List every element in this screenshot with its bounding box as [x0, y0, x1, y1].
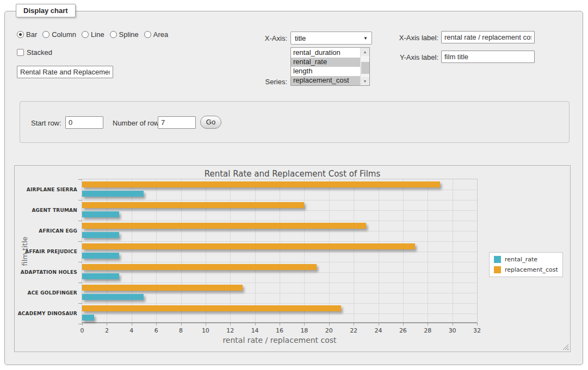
x-tick-label: 0	[81, 327, 84, 334]
x-tick-mark	[206, 323, 206, 325]
series-options: rental_durationrental_ratelengthreplacem…	[291, 48, 360, 85]
scroll-up-icon[interactable]: ▲	[361, 48, 369, 56]
bar-replacement_cost	[82, 223, 366, 229]
bar-rental_rate	[82, 273, 119, 279]
stacked-option[interactable]: Stacked	[17, 48, 52, 57]
x-tick-mark	[453, 323, 453, 325]
y-tick-mark	[78, 324, 82, 324]
start-row-input[interactable]	[65, 116, 103, 129]
gridline-horizontal	[82, 303, 477, 304]
chart-type-option-bar[interactable]: Bar	[17, 30, 37, 39]
series-option-rental_rate[interactable]: rental_rate	[291, 58, 360, 67]
x-tick-mark	[477, 323, 478, 325]
series-scrollbar[interactable]: ▲ ▼	[360, 48, 369, 85]
y-tick-mark	[78, 179, 82, 180]
bar-replacement_cost	[82, 202, 304, 208]
chart-title-input[interactable]	[17, 66, 113, 78]
chart-legend: rental_ratereplacement_cost	[489, 252, 563, 277]
series-select-label: Series:	[247, 78, 287, 86]
x-tick-mark	[304, 323, 305, 325]
gridline-vertical	[379, 179, 379, 322]
y-tick-label: AFRICAN EGG	[16, 228, 77, 234]
bar-rental_rate	[82, 315, 94, 321]
number-of-rows-input[interactable]	[158, 116, 196, 129]
chart-type-label: Spline	[119, 30, 139, 39]
x-tick-label: 14	[251, 327, 259, 334]
bar-rental_rate	[82, 191, 144, 197]
y-tick-label: ACE GOLDFINGER	[16, 290, 77, 296]
gridline-vertical	[329, 179, 330, 322]
legend-entry-rental_rate: rental_rate	[494, 256, 558, 263]
x-axis-title: rental rate / replacement cost	[82, 336, 478, 344]
x-tick-label: 20	[325, 327, 333, 334]
chart-type-option-spline[interactable]: Spline	[110, 30, 139, 39]
fieldset-legend: Display chart	[16, 4, 76, 17]
y-tick-mark	[78, 283, 82, 283]
gridline-horizontal	[82, 231, 477, 231]
x-tick-label: 10	[202, 327, 209, 334]
radio-icon[interactable]	[82, 31, 89, 38]
chart-type-label: Bar	[26, 30, 37, 39]
x-tick-label: 16	[276, 327, 283, 334]
gridline-vertical	[428, 179, 428, 322]
go-button[interactable]: Go	[200, 116, 221, 129]
gridline-vertical	[280, 179, 280, 322]
y-tick-label: ACADEMY DINOSAUR	[16, 311, 77, 316]
series-option-rental_duration[interactable]: rental_duration	[291, 48, 360, 58]
gridline-vertical	[107, 179, 107, 322]
scroll-down-icon[interactable]: ▼	[361, 77, 369, 85]
gridline-vertical	[230, 179, 231, 322]
chart-type-option-area[interactable]: Area	[144, 30, 168, 39]
gridline-vertical	[403, 179, 404, 322]
y-axis-label-input[interactable]	[441, 51, 535, 63]
y-tick-mark	[78, 221, 82, 221]
y-tick-label: AFFAIR PREJUDICE	[16, 249, 77, 254]
chart-type-group: BarColumnLineSplineArea	[17, 30, 168, 39]
gridline-horizontal	[82, 252, 477, 252]
series-option-replacement_cost[interactable]: replacement_cost	[291, 76, 360, 85]
series-option-length[interactable]: length	[291, 67, 360, 76]
chart-title: Rental Rate and Replacement Cost of Film…	[15, 169, 570, 179]
bar-replacement_cost	[82, 285, 243, 291]
gridline-horizontal	[82, 262, 477, 262]
x-tick-label: 2	[105, 327, 109, 334]
legend-label: rental_rate	[505, 256, 537, 263]
x-tick-mark	[230, 323, 231, 325]
gridline-vertical	[132, 179, 132, 322]
number-of-rows-label: Number of rows:	[113, 119, 164, 127]
legend-swatch	[494, 256, 501, 263]
gridline-vertical	[181, 179, 182, 322]
y-tick-mark	[78, 262, 82, 262]
series-listbox[interactable]: rental_durationrental_ratelengthreplacem…	[290, 47, 370, 86]
gridline-vertical	[453, 179, 453, 322]
y-axis-label-label: Y-Axis label:	[383, 53, 438, 61]
y-tick-mark	[78, 303, 82, 304]
gridline-horizontal	[82, 283, 477, 283]
gridline-horizontal	[82, 241, 477, 242]
radio-icon[interactable]	[110, 31, 117, 38]
bar-replacement_cost	[82, 181, 440, 187]
scrollbar-thumb[interactable]	[361, 62, 369, 74]
chart-type-label: Line	[91, 30, 104, 39]
gridline-horizontal	[82, 293, 477, 293]
chart-type-option-line[interactable]: Line	[82, 30, 104, 39]
x-tick-label: 8	[179, 327, 183, 334]
resize-handle-icon[interactable]	[562, 344, 568, 350]
x-tick-label: 4	[129, 327, 133, 334]
x-axis-label-input[interactable]	[441, 31, 535, 43]
radio-icon[interactable]	[42, 31, 49, 38]
bar-rental_rate	[82, 294, 144, 300]
stacked-checkbox[interactable]	[17, 49, 24, 56]
x-tick-mark	[354, 323, 354, 325]
chart-panel: Rental Rate and Replacement Cost of Film…	[14, 165, 571, 352]
chart-type-label: Area	[153, 30, 168, 39]
x-tick-label: 30	[449, 327, 456, 334]
radio-selected-icon[interactable]	[17, 31, 24, 38]
x-axis-select[interactable]: title ▼	[290, 32, 372, 45]
chart-type-option-column[interactable]: Column	[42, 30, 76, 39]
x-axis-label-label: X-Axis label:	[383, 34, 438, 42]
radio-icon[interactable]	[144, 31, 151, 38]
gridline-vertical	[304, 179, 305, 322]
bar-rental_rate	[82, 253, 119, 259]
gridline-vertical	[354, 179, 354, 322]
